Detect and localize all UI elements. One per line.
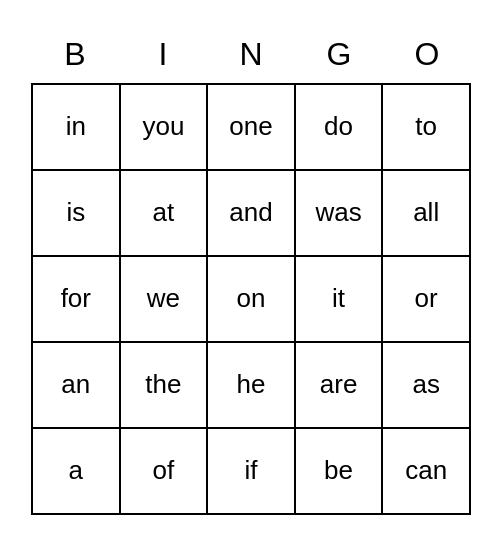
bingo-row-4: aofifbecan [33,429,469,513]
bingo-cell-2-0: for [33,257,121,341]
header-letter-n: N [207,30,295,79]
bingo-cell-2-1: we [121,257,209,341]
bingo-cell-0-2: one [208,85,296,169]
bingo-cell-1-1: at [121,171,209,255]
bingo-card: BINGO inyouonedotoisatandwasallforweonit… [31,30,471,515]
header-letter-g: G [295,30,383,79]
bingo-cell-0-3: do [296,85,384,169]
bingo-grid: inyouonedotoisatandwasallforweonitoranth… [31,83,471,515]
bingo-cell-4-1: of [121,429,209,513]
bingo-header: BINGO [31,30,471,79]
bingo-cell-0-4: to [383,85,469,169]
bingo-cell-4-3: be [296,429,384,513]
bingo-cell-3-2: he [208,343,296,427]
bingo-cell-1-4: all [383,171,469,255]
bingo-cell-3-0: an [33,343,121,427]
header-letter-i: I [119,30,207,79]
bingo-cell-4-4: can [383,429,469,513]
bingo-row-0: inyouonedoto [33,85,469,171]
bingo-cell-2-3: it [296,257,384,341]
bingo-cell-4-0: a [33,429,121,513]
bingo-cell-1-2: and [208,171,296,255]
bingo-cell-2-2: on [208,257,296,341]
bingo-cell-1-0: is [33,171,121,255]
bingo-cell-4-2: if [208,429,296,513]
bingo-cell-3-1: the [121,343,209,427]
header-letter-o: O [383,30,471,79]
bingo-cell-1-3: was [296,171,384,255]
bingo-row-1: isatandwasall [33,171,469,257]
header-letter-b: B [31,30,119,79]
bingo-row-2: forweonitor [33,257,469,343]
bingo-cell-2-4: or [383,257,469,341]
bingo-cell-3-4: as [383,343,469,427]
bingo-cell-0-1: you [121,85,209,169]
bingo-row-3: antheheareas [33,343,469,429]
bingo-cell-0-0: in [33,85,121,169]
bingo-cell-3-3: are [296,343,384,427]
